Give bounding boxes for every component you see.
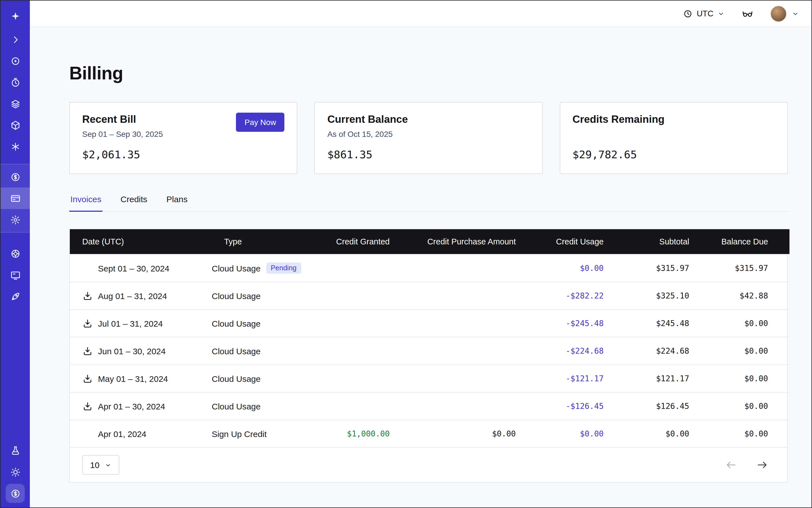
app-window: UTC Billing Recent Bill Sep 01 – Sep 30,… (0, 0, 812, 508)
invoice-type: Sign Up Credit (212, 429, 267, 438)
invoice-date: Aug 01 – 31, 2024 (98, 291, 167, 300)
avatar[interactable] (770, 5, 787, 22)
sidebar-item-rocket[interactable] (1, 286, 30, 307)
sidebar-item-gear[interactable] (1, 209, 30, 230)
credit-purchase-amount-cell (403, 254, 529, 282)
sidebar-item-chevron-right[interactable] (1, 29, 30, 50)
subtotal-cell: $245.48 (617, 309, 703, 337)
subtotal-cell: $325.10 (617, 282, 703, 309)
credit-purchase-amount-cell: $0.00 (403, 420, 529, 447)
sidebar-item-circle-dollar[interactable] (1, 166, 30, 187)
invoice-date-cell: Aug 01 – 31, 2024 (70, 282, 212, 309)
balance-due-cell: $0.00 (703, 337, 789, 365)
invoices-table: Date (UTC) Type Credit Granted Credit Pu… (69, 229, 788, 483)
lifebuoy-icon (10, 248, 20, 259)
invoice-date-cell: Sept 01 – 30, 2024 (70, 254, 212, 282)
sidebar-item-circle-dollar-badge[interactable] (1, 483, 30, 504)
invoice-date-cell: May 01 – 31, 2024 (70, 365, 212, 392)
user-menu[interactable] (770, 5, 799, 22)
invoice-type: Cloud Usage (212, 263, 260, 273)
credit-granted-cell: $1,000.00 (317, 420, 403, 447)
card-subtitle (572, 130, 775, 140)
invoice-type-cell: Cloud Usage (212, 309, 317, 337)
download-invoice-icon[interactable] (82, 290, 93, 301)
balance-due-cell: $42.88 (703, 282, 789, 309)
monitor-icon (10, 269, 20, 280)
sidebar-item-credit-card[interactable] (1, 187, 30, 209)
sidebar-item-flask[interactable] (1, 440, 30, 461)
sidebar-item-lifebuoy[interactable] (1, 243, 30, 264)
tab-invoices[interactable]: Invoices (69, 194, 102, 212)
sidebar-group-bottom (1, 440, 30, 504)
gear-icon (10, 214, 20, 225)
subtotal-cell: $224.68 (617, 337, 703, 365)
current-balance-amount: $861.35 (328, 148, 530, 161)
subtotal-cell: $121.17 (617, 365, 703, 392)
credit-usage-cell: -$245.48 (529, 309, 617, 337)
subtotal-cell: $126.45 (617, 392, 703, 420)
page-size-select[interactable]: 10 (82, 455, 119, 475)
invoice-type: Cloud Usage (212, 319, 260, 328)
sidebar-item-sun[interactable] (1, 461, 30, 483)
current-balance-card: Current Balance As of Oct 15, 2025 $861.… (314, 102, 543, 174)
pagination-controls (725, 459, 775, 471)
column-header-credit-purchase-amount: Credit Purchase Amount (403, 229, 529, 254)
download-icon-placeholder (82, 263, 93, 273)
glasses-icon[interactable] (741, 8, 754, 19)
sidebar-item-layers[interactable] (1, 93, 30, 114)
invoice-type: Cloud Usage (212, 291, 260, 300)
sidebar-item-timer[interactable] (1, 72, 30, 93)
sidebar-item-monitor[interactable] (1, 264, 30, 286)
sidebar-item-target[interactable] (1, 50, 30, 72)
credit-usage-cell: $0.00 (529, 254, 617, 282)
rocket-icon (10, 291, 20, 302)
column-header-credit-granted: Credit Granted (317, 229, 403, 254)
sparkle-logo-icon (9, 10, 21, 22)
download-invoice-icon[interactable] (82, 318, 93, 329)
sidebar-item-asterisk[interactable] (1, 136, 30, 157)
timer-icon (10, 77, 20, 88)
credit-purchase-amount-cell (403, 282, 529, 309)
credit-purchase-amount-cell (403, 365, 529, 392)
tab-plans[interactable]: Plans (165, 194, 189, 211)
download-invoice-icon[interactable] (82, 373, 93, 384)
pay-now-button[interactable]: Pay Now (236, 113, 285, 132)
download-invoice-icon[interactable] (82, 401, 93, 412)
download-invoice-icon[interactable] (82, 345, 93, 356)
timezone-selector[interactable]: UTC (683, 9, 725, 18)
cube-icon (10, 120, 20, 130)
invoice-date: Apr 01, 2024 (98, 429, 146, 438)
invoice-type-cell: Cloud Usage (212, 392, 317, 420)
recent-bill-card: Recent Bill Sep 01 – Sep 30, 2025 $2,061… (69, 102, 298, 174)
invoice-row: Aug 01 – 31, 2024Cloud Usage-$282.22$325… (70, 282, 789, 309)
recent-bill-amount: $2,061.35 (82, 148, 285, 161)
sidebar (1, 1, 30, 507)
invoice-date-cell: Apr 01 – 30, 2024 (70, 392, 212, 420)
credit-granted-cell (317, 337, 403, 365)
subtotal-cell: $315.97 (617, 254, 703, 282)
next-page-button[interactable] (756, 459, 768, 471)
flask-icon (10, 445, 20, 456)
balance-due-cell: $0.00 (703, 365, 789, 392)
balance-due-cell: $0.00 (703, 392, 789, 420)
column-header-type: Type (212, 229, 317, 254)
chevron-down-icon (717, 10, 725, 17)
sidebar-item-cube[interactable] (1, 114, 30, 136)
invoice-row: Sept 01 – 30, 2024Cloud UsagePending$0.0… (70, 254, 789, 282)
invoice-date-cell: Jun 01 – 30, 2024 (70, 337, 212, 365)
invoice-row: Apr 01 – 30, 2024Cloud Usage-$126.45$126… (70, 392, 789, 420)
chevron-down-icon (104, 462, 111, 468)
invoice-date-cell: Apr 01, 2024 (70, 420, 212, 447)
invoice-type-cell: Cloud Usage (212, 365, 317, 392)
tab-credits[interactable]: Credits (119, 194, 148, 211)
credit-purchase-amount-cell (403, 392, 529, 420)
previous-page-button[interactable] (725, 459, 737, 471)
invoice-date: Jul 01 – 31, 2024 (98, 319, 163, 328)
sidebar-item-sparkle-logo[interactable] (1, 4, 30, 29)
invoice-type-cell: Cloud UsagePending (212, 254, 317, 282)
credit-granted-cell (317, 254, 403, 282)
invoice-type-cell: Cloud Usage (212, 282, 317, 309)
card-title: Current Balance (328, 113, 530, 126)
circle-dollar-icon (10, 171, 20, 182)
credit-usage-cell: -$282.22 (529, 282, 617, 309)
